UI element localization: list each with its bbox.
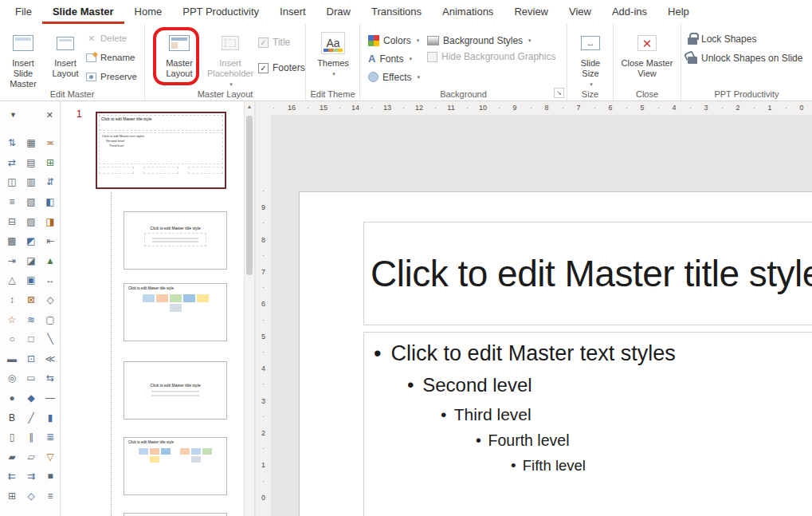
tool-icon[interactable]: ◎ (2, 368, 22, 388)
tool-icon[interactable]: ▭ (22, 368, 41, 388)
bullet-line[interactable]: Third level (364, 404, 812, 424)
tool-icon[interactable]: ▰ (2, 447, 22, 467)
lock-shapes-button[interactable]: Lock Shapes (688, 31, 756, 46)
bullet-line[interactable]: Fourth level (364, 431, 812, 450)
insert-placeholder-button[interactable]: Insert Placeholder ▾ (206, 26, 255, 95)
bullet-line[interactable]: Fifth level (364, 457, 812, 475)
tool-icon[interactable]: ▲ (41, 251, 60, 271)
tool-icon[interactable]: ⊟ (2, 211, 22, 231)
tool-icon[interactable]: ▦ (22, 133, 41, 153)
checkbox-checked-icon[interactable]: ✓ (258, 37, 269, 48)
tool-icon[interactable]: ⇵ (41, 172, 60, 192)
ribbon-tab[interactable]: Draw (316, 0, 361, 24)
ribbon-tab[interactable]: PPT Productivity (172, 0, 269, 24)
tool-icon[interactable]: ⊡ (22, 349, 41, 369)
checkbox-empty-icon[interactable] (427, 52, 437, 62)
tool-icon[interactable]: ▬ (2, 349, 22, 369)
slide-size-button[interactable]: Slide Size ▾ (572, 26, 609, 95)
title-checkbox[interactable]: ✓ Title (258, 37, 290, 48)
rename-button[interactable]: Rename (86, 49, 135, 65)
ribbon-tab[interactable]: Add-ins (602, 0, 657, 24)
tool-icon[interactable]: ▢ (41, 309, 60, 329)
preserve-button[interactable]: Preserve (86, 69, 137, 85)
tool-icon[interactable]: ● (2, 388, 22, 408)
tool-icon[interactable]: ╲ (41, 329, 60, 349)
tool-icon[interactable]: □ (22, 329, 41, 349)
ribbon-tab[interactable]: Home (124, 0, 173, 24)
bullet-line[interactable]: Click to edit Master text styles (364, 341, 812, 366)
tool-icon[interactable]: B (2, 408, 22, 427)
checkbox-checked-icon[interactable]: ✓ (258, 63, 269, 73)
toolbar-collapse-icon[interactable]: ▼ (10, 111, 17, 119)
tool-icon[interactable]: ⇄ (2, 153, 22, 173)
tool-icon[interactable]: ○ (2, 329, 22, 349)
ribbon-tab[interactable]: Slide Master (42, 0, 124, 24)
tool-icon[interactable]: ▩ (2, 231, 22, 251)
layout-thumbnail-title-slide[interactable]: Click to edit Master title style (124, 211, 227, 270)
insert-slide-master-button[interactable]: Insert Slide Master (2, 26, 45, 95)
tool-icon[interactable]: ☆ (2, 309, 22, 329)
tool-icon[interactable]: ▨ (22, 211, 41, 231)
tool-icon[interactable]: ▧ (22, 192, 41, 212)
ribbon-tab[interactable]: Review (504, 0, 559, 24)
tool-icon[interactable]: △ (2, 270, 22, 290)
tool-icon[interactable]: ⇅ (2, 133, 22, 153)
master-layout-button[interactable]: Master Layout (158, 26, 201, 95)
tool-icon[interactable]: ≍ (41, 133, 60, 153)
tool-icon[interactable]: ◫ (2, 172, 22, 192)
insert-layout-button[interactable]: Insert Layout (45, 26, 85, 95)
tool-icon[interactable]: ◩ (22, 231, 41, 251)
tool-icon[interactable]: ⇤ (41, 231, 60, 251)
tool-icon[interactable]: ⇆ (41, 368, 60, 388)
tool-icon[interactable]: ↕ (2, 290, 22, 310)
hide-background-graphics-checkbox[interactable]: Hide Background Graphics (427, 51, 555, 62)
layout-thumbnail-section[interactable]: Click to edit Master title style (124, 361, 227, 419)
tool-icon[interactable]: ⇇ (2, 467, 22, 486)
tool-icon[interactable]: ⊞ (2, 486, 22, 506)
ribbon-tab[interactable]: Animations (432, 0, 504, 24)
colors-menu-button[interactable]: Colors ▾ (368, 33, 419, 48)
title-placeholder[interactable]: Click to edit Master title style (363, 222, 812, 325)
delete-button[interactable]: ✕ Delete (86, 30, 127, 46)
tool-icon[interactable]: ≡ (41, 486, 60, 506)
tool-icon[interactable]: ◇ (22, 486, 41, 506)
body-placeholder[interactable]: Click to edit Master text styles Second … (363, 332, 812, 516)
slide-title-text[interactable]: Click to edit Master title style (364, 252, 812, 295)
tool-icon[interactable]: ≋ (22, 309, 41, 329)
tool-icon[interactable]: ― (41, 388, 60, 408)
tool-icon[interactable]: ≪ (41, 349, 60, 369)
ribbon-tab[interactable]: Insert (269, 0, 316, 24)
unlock-shapes-button[interactable]: Unlock Shapes on Slide (688, 50, 802, 65)
tool-icon[interactable]: ▮ (41, 408, 60, 427)
tool-icon[interactable]: ■ (41, 467, 60, 486)
background-styles-button[interactable]: Background Styles ▾ (427, 33, 532, 48)
ribbon-tab[interactable]: File (5, 0, 42, 24)
tool-icon[interactable]: ▣ (22, 270, 41, 290)
layout-thumbnail-two-content[interactable]: Click to edit Master title style (124, 437, 227, 495)
ribbon-tab[interactable]: View (559, 0, 602, 24)
close-master-view-button[interactable]: ✕ Close Master View (620, 26, 674, 95)
scroll-up-icon[interactable]: ▲ (245, 101, 254, 112)
tool-icon[interactable]: ▤ (22, 153, 41, 173)
tool-icon[interactable]: ≣ (41, 427, 60, 447)
tool-icon[interactable]: ◪ (22, 251, 41, 271)
toolbar-close-icon[interactable]: ✕ (46, 110, 53, 120)
bullet-line[interactable]: Second level (364, 374, 812, 396)
tool-icon[interactable]: ◇ (41, 290, 60, 310)
tool-icon[interactable]: ↔ (41, 270, 60, 290)
tool-icon[interactable]: ▥ (22, 172, 41, 192)
tool-icon[interactable]: ◨ (41, 211, 60, 231)
layout-thumbnail[interactable] (124, 513, 227, 516)
tool-icon[interactable]: ◆ (22, 388, 41, 408)
master-slide-thumbnail[interactable]: Click to edit Master title style Click t… (96, 112, 226, 189)
tool-icon[interactable]: ◧ (41, 192, 60, 212)
tool-icon[interactable]: ≡ (2, 192, 22, 212)
themes-button[interactable]: Aa Themes ▾ (312, 26, 355, 95)
tool-icon[interactable]: ▱ (22, 447, 41, 467)
tool-icon[interactable]: ▯ (2, 427, 22, 447)
footers-checkbox[interactable]: ✓ Footers (258, 62, 305, 73)
fonts-menu-button[interactable]: A Fonts ▾ (368, 51, 412, 66)
tool-icon[interactable]: ⊠ (22, 290, 41, 310)
tool-icon[interactable]: ▽ (41, 447, 60, 467)
ribbon-tab[interactable]: Help (657, 0, 700, 24)
